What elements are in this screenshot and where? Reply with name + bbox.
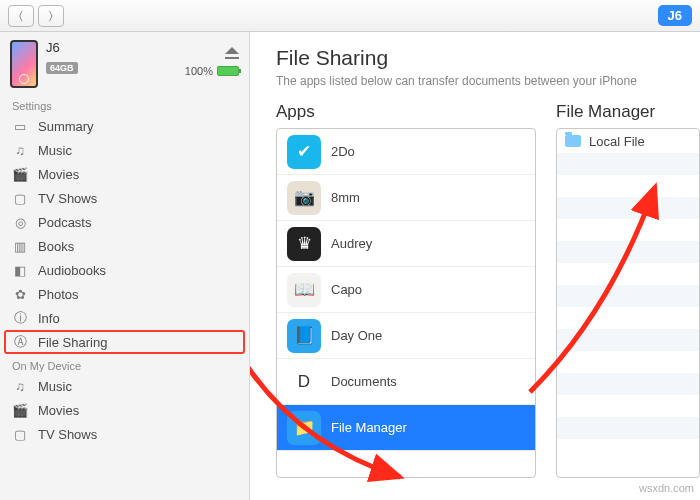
sidebar: J6 64GB 100% Settings ▭Summary ♫Music 🎬M…: [0, 32, 250, 500]
sidebar-item-photos[interactable]: ✿Photos: [0, 282, 249, 306]
sidebar-item-summary[interactable]: ▭Summary: [0, 114, 249, 138]
on-device-section-header: On My Device: [0, 354, 249, 374]
sidebar-device-tv-shows[interactable]: ▢TV Shows: [0, 422, 249, 446]
sidebar-device-music[interactable]: ♫Music: [0, 374, 249, 398]
app-row[interactable]: 📷8mm: [277, 175, 535, 221]
page-subtitle: The apps listed below can transfer docum…: [276, 74, 700, 88]
filesharing-icon: Ⓐ: [12, 334, 28, 350]
app-row[interactable]: DDocuments: [277, 359, 535, 405]
app-label: 2Do: [331, 144, 355, 159]
device-name: J6: [46, 40, 177, 55]
sidebar-item-info[interactable]: ⓘInfo: [0, 306, 249, 330]
app-row[interactable]: ✔2Do: [277, 129, 535, 175]
summary-icon: ▭: [12, 118, 28, 134]
sidebar-device-movies[interactable]: 🎬Movies: [0, 398, 249, 422]
books-icon: ▥: [12, 238, 28, 254]
eject-icon[interactable]: [225, 40, 239, 59]
content-pane: File Sharing The apps listed below can t…: [250, 32, 700, 500]
device-badge[interactable]: J6: [658, 5, 692, 26]
app-label: 8mm: [331, 190, 360, 205]
podcasts-icon: ◎: [12, 214, 28, 230]
app-row[interactable]: ♛Audrey: [277, 221, 535, 267]
sidebar-item-file-sharing[interactable]: ⒶFile Sharing: [4, 330, 245, 354]
apps-list[interactable]: ✔2Do📷8mm♛Audrey📖Capo📘Day OneDDocuments📁F…: [276, 128, 536, 478]
app-label: Documents: [331, 374, 397, 389]
battery-icon: [217, 66, 239, 76]
app-icon: D: [287, 365, 321, 399]
music-icon: ♫: [12, 142, 28, 158]
nav-forward-button[interactable]: 〉: [38, 5, 64, 27]
app-row[interactable]: 📖Capo: [277, 267, 535, 313]
app-label: Audrey: [331, 236, 372, 251]
app-icon: 📷: [287, 181, 321, 215]
sidebar-item-tv-shows[interactable]: ▢TV Shows: [0, 186, 249, 210]
movies-icon: 🎬: [12, 402, 28, 418]
apps-column-header: Apps: [276, 102, 536, 122]
settings-section-header: Settings: [0, 94, 249, 114]
app-label: Capo: [331, 282, 362, 297]
sidebar-item-movies[interactable]: 🎬Movies: [0, 162, 249, 186]
page-title: File Sharing: [276, 46, 700, 70]
sidebar-item-books[interactable]: ▥Books: [0, 234, 249, 258]
app-label: File Manager: [331, 420, 407, 435]
app-label: Day One: [331, 328, 382, 343]
tv-icon: ▢: [12, 426, 28, 442]
sidebar-item-audiobooks[interactable]: ◧Audiobooks: [0, 258, 249, 282]
device-thumbnail-icon: [10, 40, 38, 88]
app-icon: 📖: [287, 273, 321, 307]
nav-back-button[interactable]: 〈: [8, 5, 34, 27]
app-icon: 📘: [287, 319, 321, 353]
watermark: wsxdn.com: [639, 482, 694, 494]
files-column-header: File Manager: [556, 102, 700, 122]
app-row[interactable]: 📘Day One: [277, 313, 535, 359]
app-icon: ✔: [287, 135, 321, 169]
movies-icon: 🎬: [12, 166, 28, 182]
app-row[interactable]: 📁File Manager: [277, 405, 535, 451]
sidebar-item-music[interactable]: ♫Music: [0, 138, 249, 162]
device-capacity: 64GB: [46, 62, 78, 74]
file-row[interactable]: Local File: [557, 129, 699, 153]
sidebar-item-podcasts[interactable]: ◎Podcasts: [0, 210, 249, 234]
music-icon: ♫: [12, 378, 28, 394]
audiobooks-icon: ◧: [12, 262, 28, 278]
file-label: Local File: [589, 134, 645, 149]
app-icon: 📁: [287, 411, 321, 445]
files-list[interactable]: Local File: [556, 128, 700, 478]
tv-icon: ▢: [12, 190, 28, 206]
photos-icon: ✿: [12, 286, 28, 302]
app-icon: ♛: [287, 227, 321, 261]
info-icon: ⓘ: [12, 310, 28, 326]
device-header: J6 64GB 100%: [0, 32, 249, 94]
battery-percent: 100%: [185, 65, 213, 77]
folder-icon: [565, 135, 581, 147]
